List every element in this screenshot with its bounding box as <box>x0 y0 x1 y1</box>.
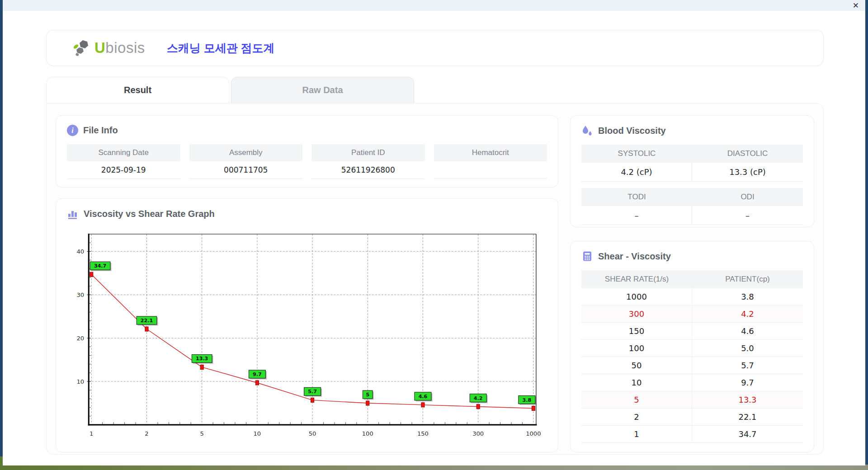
diastolic-value: 13.3 (cP) <box>692 163 803 182</box>
svg-text:5: 5 <box>366 392 369 398</box>
info-icon: i <box>67 125 78 136</box>
odi-value: – <box>692 206 803 225</box>
svg-text:30: 30 <box>77 291 85 298</box>
tab-result[interactable]: Result <box>46 77 229 103</box>
main-panel: i File Info Scanning Date 2025-09-19 Ass… <box>46 103 824 455</box>
right-column: Blood Viscosity SYSTOLIC DIASTOLIC 4.2 (… <box>570 115 814 452</box>
field-label: Assembly <box>189 144 303 161</box>
shear-rate-cell: 2 <box>581 409 692 425</box>
field-assembly: Assembly 000711705 <box>189 144 303 179</box>
blood-viscosity-card: Blood Viscosity SYSTOLIC DIASTOLIC 4.2 (… <box>570 115 814 227</box>
patient-cell: 34.7 <box>692 426 803 442</box>
svg-text:40: 40 <box>77 248 85 255</box>
shear-table-header: SHEAR RATE(1/s) PATIENT(cp) <box>581 270 803 288</box>
patient-cell: 3.8 <box>692 288 803 305</box>
svg-text:50: 50 <box>309 430 316 437</box>
shear-viscosity-card: Shear - Viscosity SHEAR RATE(1/s) PATIEN… <box>570 241 814 452</box>
svg-text:100: 100 <box>362 430 373 437</box>
svg-text:34.7: 34.7 <box>94 263 106 269</box>
table-row: 100 5.0 <box>581 340 803 357</box>
field-value: 000711705 <box>189 161 303 179</box>
svg-text:20: 20 <box>77 335 85 342</box>
bv-value-row-2: – – <box>581 206 803 225</box>
bv-header-row-1: SYSTOLIC DIASTOLIC <box>581 145 803 163</box>
graph-title: Viscosity vs Shear Rate Graph <box>84 209 215 219</box>
systolic-label: SYSTOLIC <box>581 145 692 163</box>
table-row: 50 5.7 <box>581 357 803 374</box>
tab-raw-data[interactable]: Raw Data <box>231 77 414 103</box>
odi-label: ODI <box>692 188 803 206</box>
svg-text:4.6: 4.6 <box>419 394 428 400</box>
svg-text:4.2: 4.2 <box>474 395 483 401</box>
table-row: 150 4.6 <box>581 323 803 340</box>
table-row: 300 4.2 <box>581 306 803 323</box>
logo-text-biosis: biosis <box>105 39 145 56</box>
patient-cell: 4.2 <box>692 306 803 322</box>
app-title: 스캐닝 모세관 점도계 <box>167 41 275 56</box>
shear-rate-column-header: SHEAR RATE(1/s) <box>581 270 692 288</box>
svg-text:9.7: 9.7 <box>253 371 262 377</box>
app-window: ✕ Ubiosis 스캐닝 모세관 점도계 Result Raw Data <box>3 0 865 465</box>
table-row: 1000 3.8 <box>581 288 803 306</box>
patient-cell: 5.0 <box>692 340 803 357</box>
table-row: 10 9.7 <box>581 374 803 391</box>
svg-text:5: 5 <box>200 430 204 437</box>
calculator-icon <box>581 250 593 262</box>
file-info-title: File Info <box>83 125 118 136</box>
header-card: Ubiosis 스캐닝 모세관 점도계 <box>46 30 824 66</box>
svg-text:1: 1 <box>90 430 93 437</box>
field-value <box>434 161 547 179</box>
shear-rate-cell: 150 <box>581 323 692 339</box>
svg-text:22.1: 22.1 <box>141 318 153 324</box>
window-content: Ubiosis 스캐닝 모세관 점도계 Result Raw Data i Fi… <box>3 11 865 455</box>
viscosity-chart: 102030401251050100150300100034.722.113.3… <box>70 230 544 441</box>
shear-rate-cell: 100 <box>581 340 692 357</box>
graph-plot-area: 102030401251050100150300100034.722.113.3… <box>67 228 547 443</box>
table-row: 5 13.3 <box>581 391 803 409</box>
shear-rate-cell: 1 <box>581 426 692 442</box>
patient-cell: 5.7 <box>692 357 803 374</box>
field-label: Scanning Date <box>67 144 180 161</box>
svg-text:13.3: 13.3 <box>196 356 208 362</box>
file-info-grid: Scanning Date 2025-09-19 Assembly 000711… <box>67 144 547 179</box>
field-patient-id: Patient ID 52611926800 <box>311 144 425 179</box>
bv-value-row-1: 4.2 (cP) 13.3 (cP) <box>581 163 803 182</box>
file-info-card: i File Info Scanning Date 2025-09-19 Ass… <box>56 115 558 188</box>
patient-cell: 4.6 <box>692 323 803 339</box>
svg-text:300: 300 <box>472 430 484 437</box>
patient-cell: 9.7 <box>692 374 803 391</box>
window-titlebar: ✕ <box>3 0 865 11</box>
ubiosis-logo-icon <box>73 39 92 56</box>
todi-label: TODI <box>581 188 692 206</box>
svg-text:5.7: 5.7 <box>308 389 317 395</box>
shear-rate-cell: 300 <box>581 306 692 322</box>
tab-bar: Result Raw Data <box>46 77 824 103</box>
svg-text:2: 2 <box>145 430 148 437</box>
desktop-edge-right <box>865 0 868 465</box>
logo-text-u: U <box>94 39 105 56</box>
patient-column-header: PATIENT(cp) <box>692 270 803 288</box>
field-scanning-date: Scanning Date 2025-09-19 <box>67 144 180 179</box>
shear-viscosity-title: Shear - Viscosity <box>598 251 671 262</box>
blood-drops-icon <box>581 125 593 136</box>
svg-text:1000: 1000 <box>526 430 541 437</box>
ubiosis-logo: Ubiosis <box>73 39 145 56</box>
svg-text:3.8: 3.8 <box>523 397 532 403</box>
blood-viscosity-title: Blood Viscosity <box>598 126 666 136</box>
svg-text:10: 10 <box>77 378 85 385</box>
table-row: 1 34.7 <box>581 426 803 443</box>
field-label: Patient ID <box>311 144 425 161</box>
graph-card: Viscosity vs Shear Rate Graph 1020304012… <box>56 198 558 452</box>
shear-rate-cell: 1000 <box>581 288 692 305</box>
field-value: 52611926800 <box>311 161 425 179</box>
close-icon[interactable]: ✕ <box>853 2 859 9</box>
shear-rate-cell: 50 <box>581 357 692 374</box>
field-label: Hematocrit <box>434 144 547 161</box>
diastolic-label: DIASTOLIC <box>692 145 803 163</box>
todi-value: – <box>581 206 692 225</box>
field-hematocrit: Hematocrit <box>434 144 547 179</box>
svg-text:150: 150 <box>417 430 429 437</box>
shear-rate-cell: 10 <box>581 374 692 391</box>
table-row: 2 22.1 <box>581 409 803 426</box>
bar-chart-icon <box>67 208 79 220</box>
